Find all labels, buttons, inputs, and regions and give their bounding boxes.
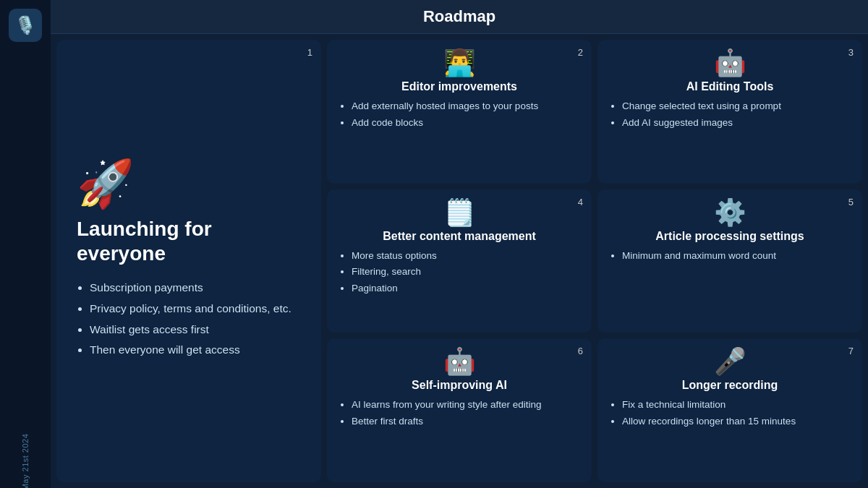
card-2: 2 👨‍💻 Editor improvements Add externally… — [327, 40, 592, 184]
list-item: Waitlist gets access first — [90, 320, 292, 339]
list-item: Then everyone will get access — [90, 341, 292, 359]
card-3-list: Change selected text using a prompt Add … — [609, 99, 851, 132]
list-item: Better first drafts — [352, 414, 580, 429]
card-5-number: 5 — [848, 197, 854, 207]
list-item: Change selected text using a prompt — [622, 99, 851, 114]
card-6-number: 6 — [578, 346, 583, 356]
list-item: Allow recordings longer than 15 minutes — [622, 414, 851, 429]
list-item: AI learns from your writing style after … — [352, 398, 580, 412]
logo-icon: 🎙️ — [14, 15, 36, 35]
card-6-list: AI learns from your writing style after … — [339, 398, 580, 430]
list-item: Filtering, search — [352, 265, 580, 279]
card-3-number: 3 — [848, 47, 854, 58]
card-7-list: Fix a technical limitation Allow recordi… — [609, 398, 851, 430]
list-item: Subscription payments — [90, 278, 292, 297]
card-7: 7 🎤 Longer recording Fix a technical lim… — [597, 338, 862, 482]
sidebar: 🎙️ May 21st 2024 — [0, 0, 51, 488]
card-5: 5 ⚙️ Article processing settings Minimum… — [597, 189, 862, 333]
card-1-list: Subscription payments Privacy policy, te… — [77, 278, 292, 361]
list-item: Add externally hosted images to your pos… — [352, 99, 580, 114]
card-7-number: 7 — [848, 346, 854, 356]
card-4: 4 🗒️ Better content management More stat… — [327, 189, 592, 333]
card-7-icon: 🎤 — [609, 348, 851, 374]
card-2-title: Editor improvements — [339, 80, 580, 93]
list-item: More status options — [352, 249, 580, 263]
sidebar-date: May 21st 2024 — [21, 434, 30, 488]
card-5-icon: ⚙️ — [609, 200, 851, 226]
card-1-number: 1 — [307, 47, 312, 58]
card-6-icon: 🤖 — [339, 348, 580, 374]
card-4-list: More status options Filtering, search Pa… — [339, 249, 580, 298]
list-item: Privacy policy, terms and conditions, et… — [90, 299, 292, 318]
list-item: Fix a technical limitation — [622, 398, 851, 412]
roadmap-grid: 1 🚀 Launching for everyone Subscription … — [51, 34, 868, 488]
card-4-number: 4 — [578, 197, 583, 207]
page-title: Roadmap — [423, 7, 495, 26]
list-item: Minimum and maximum word count — [622, 249, 851, 263]
list-item: Add code blocks — [352, 116, 580, 130]
card-4-title: Better content management — [339, 230, 580, 243]
sidebar-logo[interactable]: 🎙️ — [9, 9, 42, 42]
list-item: Add AI suggested images — [622, 116, 851, 130]
card-3-title: AI Editing Tools — [609, 80, 851, 93]
card-3: 3 🤖 AI Editing Tools Change selected tex… — [597, 40, 862, 184]
header: Roadmap — [51, 0, 868, 34]
card-6: 6 🤖 Self-improving AI AI learns from you… — [327, 338, 592, 482]
card-6-title: Self-improving AI — [339, 379, 580, 392]
list-item: Pagination — [352, 281, 580, 296]
card-1-title: Launching for everyone — [77, 217, 304, 265]
card-5-list: Minimum and maximum word count — [609, 249, 851, 265]
card-1: 1 🚀 Launching for everyone Subscription … — [56, 40, 321, 482]
card-2-number: 2 — [578, 47, 583, 58]
card-3-icon: 🤖 — [609, 50, 851, 76]
card-2-icon: 👨‍💻 — [339, 50, 580, 76]
card-2-list: Add externally hosted images to your pos… — [339, 99, 580, 132]
card-4-icon: 🗒️ — [339, 200, 580, 226]
card-5-title: Article processing settings — [609, 230, 851, 243]
card-7-title: Longer recording — [609, 379, 851, 392]
card-1-icon: 🚀 — [77, 160, 135, 207]
main-content: Roadmap 1 🚀 Launching for everyone Subsc… — [51, 0, 868, 488]
